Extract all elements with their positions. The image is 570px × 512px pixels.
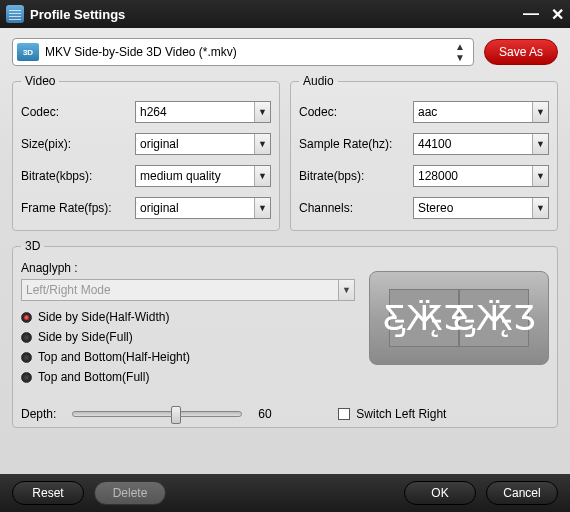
radio-dot-icon <box>21 372 32 383</box>
three-d-legend: 3D <box>21 239 44 253</box>
butterfly-icon: Ƹ̵̡Ӝ̵̨̄Ʒ <box>453 301 536 335</box>
chevron-down-icon: ▼ <box>532 166 548 186</box>
audio-codec-select[interactable]: aac ▼ <box>413 101 549 123</box>
close-icon[interactable]: ✕ <box>551 5 564 24</box>
video-group: Video Codec: h264 ▼ Size(pix): original … <box>12 74 280 231</box>
video-bitrate-label: Bitrate(kbps): <box>21 169 135 183</box>
switch-left-right[interactable]: Switch Left Right <box>338 407 446 421</box>
video-bitrate-select[interactable]: medium quality ▼ <box>135 165 271 187</box>
radio-dot-icon <box>21 332 32 343</box>
titlebar: Profile Settings — ✕ <box>0 0 570 28</box>
checkbox-icon <box>338 408 350 420</box>
format-3d-icon: 3D <box>17 43 39 61</box>
minimize-icon[interactable]: — <box>523 5 539 23</box>
chevron-down-icon: ▼ <box>532 102 548 122</box>
audio-samplerate-select[interactable]: 44100 ▼ <box>413 133 549 155</box>
anaglyph-select[interactable]: Left/Right Mode ▼ <box>21 279 355 301</box>
audio-bitrate-select[interactable]: 128000 ▼ <box>413 165 549 187</box>
three-d-group: 3D Anaglyph : Left/Right Mode ▼ Side by … <box>12 239 558 428</box>
app-icon <box>6 5 24 23</box>
chevron-down-icon: ▼ <box>254 102 270 122</box>
audio-codec-label: Codec: <box>299 105 413 119</box>
depth-value: 60 <box>258 407 288 421</box>
updown-icon: ▲▼ <box>451 41 469 63</box>
anaglyph-placeholder: Left/Right Mode <box>26 283 338 297</box>
window-body: 3D MKV Side-by-Side 3D Video (*.mkv) ▲▼ … <box>0 28 570 474</box>
audio-codec-value: aac <box>418 105 532 119</box>
video-fps-label: Frame Rate(fps): <box>21 201 135 215</box>
preview-left: Ƹ̵̡Ӝ̵̨̄Ʒ <box>389 289 459 347</box>
audio-channels-value: Stereo <box>418 201 532 215</box>
chevron-down-icon: ▼ <box>254 198 270 218</box>
radio-label: Top and Bottom(Half-Height) <box>38 350 190 364</box>
radio-side-by-side-half[interactable]: Side by Side(Half-Width) <box>21 307 355 327</box>
depth-label: Depth: <box>21 407 56 421</box>
radio-dot-icon <box>21 352 32 363</box>
audio-channels-label: Channels: <box>299 201 413 215</box>
video-size-label: Size(pix): <box>21 137 135 151</box>
video-fps-select[interactable]: original ▼ <box>135 197 271 219</box>
audio-group: Audio Codec: aac ▼ Sample Rate(hz): 4410… <box>290 74 558 231</box>
audio-samplerate-value: 44100 <box>418 137 532 151</box>
chevron-down-icon: ▼ <box>338 280 354 300</box>
save-as-button[interactable]: Save As <box>484 39 558 65</box>
video-codec-select[interactable]: h264 ▼ <box>135 101 271 123</box>
delete-button: Delete <box>94 481 166 505</box>
radio-top-bottom-half[interactable]: Top and Bottom(Half-Height) <box>21 347 355 367</box>
video-size-value: original <box>140 137 254 151</box>
video-codec-label: Codec: <box>21 105 135 119</box>
cancel-button[interactable]: Cancel <box>486 481 558 505</box>
preview-right: Ƹ̵̡Ӝ̵̨̄Ʒ <box>459 289 529 347</box>
profile-select-value: MKV Side-by-Side 3D Video (*.mkv) <box>45 45 451 59</box>
chevron-down-icon: ▼ <box>532 134 548 154</box>
video-fps-value: original <box>140 201 254 215</box>
depth-slider[interactable] <box>72 411 242 417</box>
chevron-down-icon: ▼ <box>254 134 270 154</box>
three-d-mode-radios: Side by Side(Half-Width) Side by Side(Fu… <box>21 307 355 387</box>
audio-legend: Audio <box>299 74 338 88</box>
radio-label: Side by Side(Full) <box>38 330 133 344</box>
video-legend: Video <box>21 74 59 88</box>
window: Profile Settings — ✕ 3D MKV Side-by-Side… <box>0 0 570 512</box>
radio-label: Top and Bottom(Full) <box>38 370 149 384</box>
footer: Reset Delete OK Cancel <box>0 474 570 512</box>
audio-samplerate-label: Sample Rate(hz): <box>299 137 413 151</box>
profile-select[interactable]: 3D MKV Side-by-Side 3D Video (*.mkv) ▲▼ <box>12 38 474 66</box>
chevron-down-icon: ▼ <box>254 166 270 186</box>
reset-button[interactable]: Reset <box>12 481 84 505</box>
radio-label: Side by Side(Half-Width) <box>38 310 169 324</box>
three-d-preview: Ƹ̵̡Ӝ̵̨̄Ʒ Ƹ̵̡Ӝ̵̨̄Ʒ <box>369 271 549 365</box>
chevron-down-icon: ▼ <box>532 198 548 218</box>
radio-dot-icon <box>21 312 32 323</box>
audio-bitrate-value: 128000 <box>418 169 532 183</box>
anaglyph-label: Anaglyph : <box>21 261 355 275</box>
video-size-select[interactable]: original ▼ <box>135 133 271 155</box>
window-title: Profile Settings <box>30 7 125 22</box>
audio-channels-select[interactable]: Stereo ▼ <box>413 197 549 219</box>
video-codec-value: h264 <box>140 105 254 119</box>
radio-top-bottom-full[interactable]: Top and Bottom(Full) <box>21 367 355 387</box>
ok-button[interactable]: OK <box>404 481 476 505</box>
switch-label: Switch Left Right <box>356 407 446 421</box>
radio-side-by-side-full[interactable]: Side by Side(Full) <box>21 327 355 347</box>
audio-bitrate-label: Bitrate(bps): <box>299 169 413 183</box>
slider-thumb-icon[interactable] <box>171 406 181 424</box>
video-bitrate-value: medium quality <box>140 169 254 183</box>
